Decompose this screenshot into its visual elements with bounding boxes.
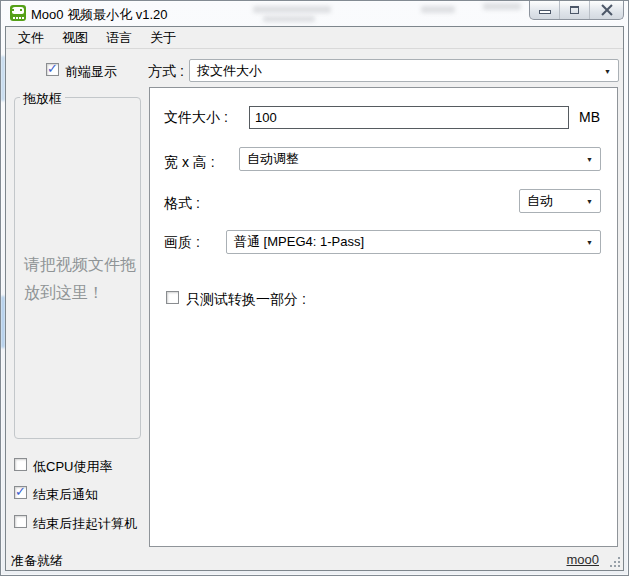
status-message: 准备就绪 — [11, 552, 63, 570]
test-partial-label: 只测试转换一部分 : — [186, 291, 306, 309]
chevron-down-icon: ▼ — [586, 198, 593, 205]
dropbox-area[interactable]: 请把视频文件拖 放到这里！ — [14, 97, 141, 439]
dropbox-title: 拖放框 — [20, 90, 65, 108]
glass-blur-artifact — [483, 3, 521, 10]
titlebar[interactable]: Moo0 视频最小化 v1.20 — [1, 1, 628, 26]
glass-blur-artifact — [421, 6, 455, 13]
front-display-checkbox[interactable]: ✓ — [46, 63, 59, 76]
app-window: Moo0 视频最小化 v1.20 文件 视图 语言 关于 ✓ 前端显示 方式 :… — [0, 0, 629, 576]
dropbox-hint-line2: 放到这里！ — [24, 279, 136, 307]
menubar: 文件 视图 语言 关于 — [6, 27, 623, 49]
quality-value: 普通 [MPEG4: 1-Pass] — [234, 233, 364, 251]
dropbox-hint: 请把视频文件拖 放到这里！ — [24, 251, 136, 307]
chevron-down-icon: ▼ — [604, 67, 611, 74]
window-title: Moo0 视频最小化 v1.20 — [31, 6, 168, 24]
format-label: 格式 : — [164, 195, 200, 213]
format-value: 自动 — [527, 192, 553, 210]
menu-about[interactable]: 关于 — [141, 27, 185, 49]
quality-label: 画质 : — [164, 234, 200, 252]
test-partial-checkbox[interactable] — [166, 291, 179, 304]
method-select[interactable]: 按文件大小 ▼ — [189, 59, 619, 82]
content: ✓ 前端显示 方式 : 按文件大小 ▼ 请把视频文件拖 放到这里！ 拖放框 文件… — [6, 50, 623, 548]
dropbox-hint-line1: 请把视频文件拖 — [24, 251, 136, 279]
check-icon: ✓ — [15, 484, 26, 499]
maximize-button[interactable] — [560, 1, 590, 19]
quality-select[interactable]: 普通 [MPEG4: 1-Pass] ▼ — [226, 230, 601, 254]
close-button[interactable] — [590, 1, 623, 19]
glass-blur-artifact — [253, 6, 331, 13]
app-icon — [10, 5, 26, 21]
statusbar: 准备就绪 moo0 — [6, 548, 623, 570]
dimensions-value: 自动调整 — [247, 150, 299, 168]
dimensions-select[interactable]: 自动调整 ▼ — [239, 147, 601, 171]
dimensions-label: 宽 x 高 : — [164, 154, 215, 172]
glass-blur-artifact — [263, 16, 315, 22]
suspend-after-checkbox[interactable] — [14, 515, 27, 528]
client-area: 文件 视图 语言 关于 ✓ 前端显示 方式 : 按文件大小 ▼ 请把视频文件拖 … — [5, 26, 624, 571]
notify-after-label: 结束后通知 — [33, 486, 98, 504]
suspend-after-label: 结束后挂起计算机 — [33, 515, 137, 533]
file-size-unit: MB — [579, 109, 600, 125]
resize-grip-icon[interactable] — [609, 556, 621, 568]
format-select[interactable]: 自动 ▼ — [519, 189, 601, 213]
file-size-label: 文件大小 : — [164, 109, 228, 127]
chevron-down-icon: ▼ — [586, 239, 593, 246]
minimize-icon — [539, 10, 551, 14]
check-icon: ✓ — [47, 61, 58, 76]
low-cpu-label: 低CPU使用率 — [33, 458, 112, 476]
method-label: 方式 : — [148, 63, 184, 81]
maximize-icon — [570, 6, 579, 14]
minimize-button[interactable] — [530, 1, 560, 19]
front-display-label: 前端显示 — [65, 63, 117, 81]
file-size-input[interactable] — [249, 106, 569, 129]
menu-view[interactable]: 视图 — [53, 27, 97, 49]
notify-after-checkbox[interactable]: ✓ — [14, 486, 27, 499]
close-icon — [600, 4, 613, 16]
moo0-link[interactable]: moo0 — [566, 552, 599, 567]
menu-file[interactable]: 文件 — [9, 27, 53, 49]
window-controls — [529, 1, 624, 20]
settings-panel: 文件大小 : MB 宽 x 高 : 自动调整 ▼ 格式 : 自动 ▼ 画质 : … — [149, 87, 618, 547]
low-cpu-checkbox[interactable] — [14, 458, 27, 471]
method-value: 按文件大小 — [197, 62, 262, 80]
menu-language[interactable]: 语言 — [97, 27, 141, 49]
chevron-down-icon: ▼ — [586, 156, 593, 163]
